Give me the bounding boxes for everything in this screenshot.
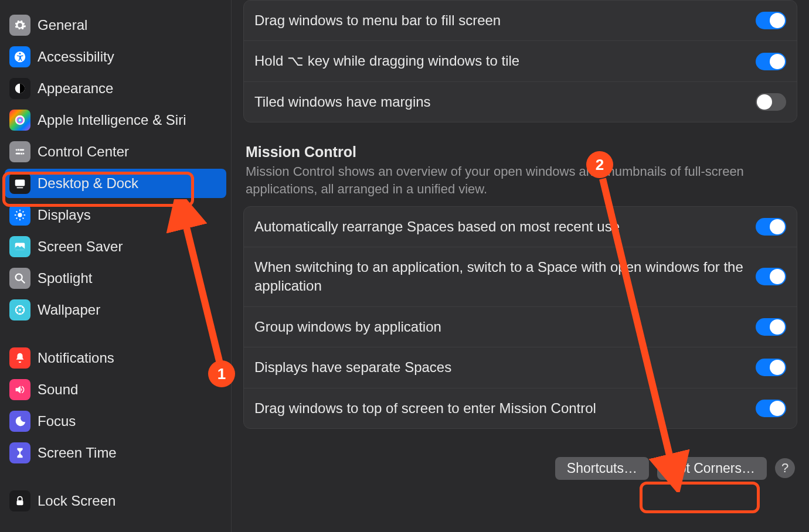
- sidebar-item-label: Notifications: [38, 350, 114, 366]
- control-center-icon: [9, 141, 30, 162]
- sidebar-item-notifications[interactable]: Notifications: [5, 343, 226, 373]
- accessibility-icon: [9, 46, 30, 67]
- svg-point-12: [18, 213, 22, 217]
- sidebar-item-general[interactable]: General: [5, 11, 226, 40]
- svg-rect-10: [15, 180, 25, 186]
- help-button[interactable]: ?: [775, 458, 795, 478]
- mission-control-title: Mission Control: [246, 144, 795, 161]
- shortcuts-button[interactable]: Shortcuts…: [555, 457, 649, 480]
- svg-point-1: [19, 53, 21, 54]
- sidebar-item-label: Appearance: [38, 80, 113, 97]
- svg-line-17: [16, 212, 18, 213]
- window-tiling-toggle[interactable]: [756, 12, 786, 29]
- main-content: Drag windows to menu bar to fill screenH…: [232, 0, 809, 532]
- search-icon: [9, 268, 30, 289]
- svg-point-32: [16, 312, 18, 313]
- gear-icon: [9, 15, 30, 36]
- sidebar-item-displays[interactable]: Displays: [5, 200, 226, 230]
- sidebar-item-label: Screen Saver: [38, 238, 123, 255]
- svg-point-31: [22, 312, 23, 313]
- displays-icon: [9, 204, 30, 226]
- window-tiling-toggle[interactable]: [756, 93, 786, 111]
- window-tiling-group: Drag windows to menu bar to fill screenH…: [243, 0, 797, 122]
- window-tiling-row: Tiled windows have margins: [244, 82, 797, 122]
- svg-point-28: [15, 309, 17, 311]
- mission-control-label: Drag windows to top of screen to enter M…: [254, 399, 596, 418]
- mission-control-buttons: Shortcuts… Hot Corners… ?: [243, 450, 797, 482]
- mission-control-toggle[interactable]: [756, 268, 786, 285]
- appearance-icon: [9, 78, 30, 99]
- svg-line-20: [23, 212, 24, 213]
- mission-control-toggle[interactable]: [756, 359, 786, 376]
- sidebar-item-control-center[interactable]: Control Center: [5, 137, 226, 166]
- window-tiling-toggle[interactable]: [756, 53, 786, 70]
- mission-control-row: Group windows by application: [244, 307, 797, 347]
- window-tiling-row: Drag windows to menu bar to fill screen: [244, 1, 797, 41]
- sidebar-item-label: Spotlight: [38, 270, 92, 287]
- mission-control-toggle[interactable]: [756, 218, 786, 236]
- window-tiling-label: Drag windows to menu bar to fill screen: [254, 11, 501, 30]
- svg-point-29: [23, 309, 25, 311]
- sidebar-item-label: General: [38, 17, 87, 33]
- screen-saver-icon: [9, 236, 30, 257]
- mission-control-label: Displays have separate Spaces: [254, 358, 451, 377]
- mission-control-label: When switching to an application, switch…: [254, 258, 744, 296]
- sidebar-item-accessibility[interactable]: Accessibility: [5, 42, 226, 71]
- sidebar-item-screen-saver[interactable]: Screen Saver: [5, 232, 226, 261]
- mission-control-row: Displays have separate Spaces: [244, 347, 797, 388]
- svg-line-19: [16, 218, 18, 219]
- bell-icon: [9, 347, 30, 369]
- sidebar-item-label: Sound: [38, 381, 78, 398]
- mission-control-desc: Mission Control shows an overview of you…: [246, 163, 795, 197]
- mission-control-row: Automatically rearrange Spaces based on …: [244, 207, 797, 247]
- mission-control-group: Automatically rearrange Spaces based on …: [243, 206, 797, 429]
- sidebar-item-label: Displays: [38, 207, 91, 223]
- wallpaper-icon: [9, 299, 30, 320]
- svg-point-8: [17, 149, 19, 151]
- sidebar-item-label: Focus: [38, 413, 76, 429]
- mission-control-toggle[interactable]: [756, 318, 786, 336]
- sidebar-item-lock-screen[interactable]: Lock Screen: [5, 486, 226, 516]
- window-tiling-label: Hold ⌥ key while dragging windows to til…: [254, 52, 519, 70]
- mission-control-header: Mission Control Mission Control shows an…: [243, 144, 797, 206]
- sidebar-item-label: Lock Screen: [38, 493, 115, 509]
- sidebar-item-desktop-dock[interactable]: Desktop & Dock: [5, 169, 226, 198]
- sidebar-item-label: Desktop & Dock: [38, 175, 138, 192]
- svg-point-26: [19, 305, 21, 307]
- svg-point-33: [22, 306, 23, 308]
- sidebar-item-label: Control Center: [38, 144, 129, 160]
- mission-control-toggle[interactable]: [756, 400, 786, 417]
- svg-line-18: [23, 218, 24, 219]
- svg-point-3: [15, 115, 25, 125]
- svg-rect-11: [17, 187, 23, 188]
- svg-point-25: [19, 309, 21, 311]
- lock-icon: [9, 490, 30, 511]
- window-tiling-label: Tiled windows have margins: [254, 93, 431, 111]
- mission-control-row: Drag windows to top of screen to enter M…: [244, 388, 797, 428]
- hourglass-icon: [9, 442, 30, 463]
- svg-point-30: [16, 306, 18, 308]
- svg-point-9: [21, 152, 23, 155]
- sidebar-item-focus[interactable]: Focus: [5, 407, 226, 436]
- mission-control-label: Automatically rearrange Spaces based on …: [254, 217, 620, 236]
- dock-icon: [9, 173, 30, 194]
- window-tiling-row: Hold ⌥ key while dragging windows to til…: [244, 41, 797, 81]
- speaker-icon: [9, 379, 30, 400]
- mission-control-label: Group windows by application: [254, 318, 441, 336]
- sidebar-item-label: Apple Intelligence & Siri: [38, 112, 186, 128]
- sidebar-item-screen-time[interactable]: Screen Time: [5, 438, 226, 468]
- sidebar-item-label: Accessibility: [38, 49, 114, 65]
- sidebar-item-spotlight[interactable]: Spotlight: [5, 264, 226, 293]
- sidebar: GeneralAccessibilityAppearanceApple Inte…: [0, 0, 232, 532]
- siri-icon: [9, 110, 30, 131]
- svg-rect-34: [17, 500, 23, 505]
- mission-control-row: When switching to an application, switch…: [244, 247, 797, 307]
- sidebar-item-appearance[interactable]: Appearance: [5, 74, 226, 103]
- hot-corners-button[interactable]: Hot Corners…: [657, 457, 767, 480]
- svg-line-23: [22, 280, 25, 284]
- sidebar-item-sound[interactable]: Sound: [5, 375, 226, 404]
- sidebar-item-label: Wallpaper: [38, 302, 100, 318]
- sidebar-item-wallpaper[interactable]: Wallpaper: [5, 295, 226, 325]
- sidebar-item-label: Screen Time: [38, 445, 117, 461]
- sidebar-item-apple-intelligence-siri[interactable]: Apple Intelligence & Siri: [5, 105, 226, 135]
